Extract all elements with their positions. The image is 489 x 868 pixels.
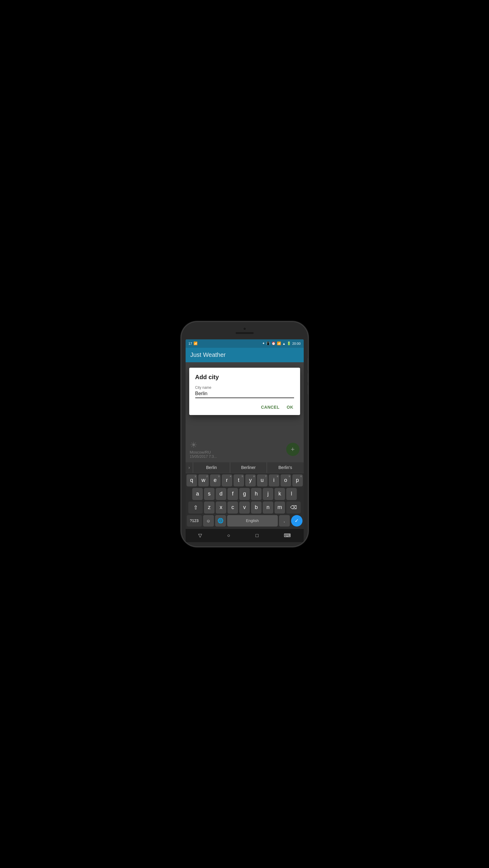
status-left: 17 📶 (189, 341, 198, 345)
key-b[interactable]: b (251, 501, 262, 514)
key-j[interactable]: j (263, 488, 273, 500)
numbers-key[interactable]: ?123 (187, 515, 202, 527)
key-o[interactable]: 9o (281, 474, 291, 487)
autocomplete-word-2[interactable]: Berliner (230, 462, 267, 473)
back-button[interactable]: ▽ (198, 532, 202, 538)
city-name-label: City name (195, 385, 294, 390)
key-row-1: 1q 2w 3e 4r 5t 6y 7u 8i 9o 0p (186, 474, 303, 487)
dialog-actions: CANCEL OK (195, 404, 294, 411)
key-k[interactable]: k (274, 488, 285, 500)
cancel-button[interactable]: CANCEL (260, 404, 280, 411)
time-display: 20:00 (292, 342, 301, 345)
app-bar: Just Weather (186, 348, 304, 362)
key-z[interactable]: z (204, 501, 215, 514)
signal-strength: 17 (189, 342, 192, 345)
keyboard-button[interactable]: ⌨ (284, 532, 291, 538)
power-button[interactable] (307, 358, 308, 370)
add-city-dialog: Add city City name CANCEL OK (189, 368, 300, 415)
period-key[interactable]: . (279, 515, 290, 527)
main-content: ☀ Moscow/RU 15/05/2017 7:3... + Add city… (186, 362, 304, 462)
key-t[interactable]: 5t (233, 474, 244, 487)
bluetooth-icon: ✦ (262, 341, 265, 345)
emoji-key[interactable]: ☺ (203, 515, 214, 527)
key-p[interactable]: 0p (292, 474, 303, 487)
key-q[interactable]: 1q (187, 474, 197, 487)
city-name-input[interactable] (195, 391, 294, 396)
autocomplete-row: › Berlin Berliner Berlin's (186, 462, 304, 473)
wifi-icon: 📶 (277, 341, 281, 345)
key-u[interactable]: 7u (257, 474, 267, 487)
key-n[interactable]: n (263, 501, 273, 514)
battery-icon: 🔋 (287, 341, 291, 345)
keyboard-keys: 1q 2w 3e 4r 5t 6y 7u 8i 9o 0p a s d f (186, 473, 304, 529)
status-right: ✦ 📳 ⏰ 📶 ▲ 🔋 20:00 (262, 341, 300, 345)
home-button[interactable]: ○ (227, 533, 230, 538)
autocomplete-word-1[interactable]: Berlin (193, 462, 230, 473)
app-title: Just Weather (190, 351, 226, 358)
key-r[interactable]: 4r (222, 474, 232, 487)
key-row-3: ⇧ z x c v b n m ⌫ (186, 501, 303, 514)
status-bar: 17 📶 ✦ 📳 ⏰ 📶 ▲ 🔋 20:00 (186, 339, 304, 348)
speaker (236, 332, 254, 334)
key-l[interactable]: l (286, 488, 297, 500)
key-m[interactable]: m (274, 501, 285, 514)
space-key[interactable]: English (227, 515, 278, 527)
key-i[interactable]: 8i (269, 474, 279, 487)
signal-icon: ▲ (282, 342, 286, 345)
key-a[interactable]: a (192, 488, 203, 500)
key-c[interactable]: c (227, 501, 238, 514)
key-f[interactable]: f (227, 488, 238, 500)
key-w[interactable]: 2w (198, 474, 209, 487)
key-row-2: a s d f g h j k l (186, 488, 303, 500)
backspace-key[interactable]: ⌫ (286, 501, 301, 514)
key-h[interactable]: h (251, 488, 262, 500)
dialog-title: Add city (195, 374, 294, 381)
ok-button[interactable]: OK (286, 404, 294, 411)
key-e[interactable]: 3e (210, 474, 221, 487)
network-icon: 📶 (193, 341, 198, 345)
key-s[interactable]: s (204, 488, 215, 500)
recent-button[interactable]: □ (256, 533, 259, 538)
nav-bar: ▽ ○ □ ⌨ (186, 529, 304, 542)
key-y[interactable]: 6y (245, 474, 256, 487)
shift-key[interactable]: ⇧ (188, 501, 203, 514)
phone-screen: 17 📶 ✦ 📳 ⏰ 📶 ▲ 🔋 20:00 Just Weather (186, 339, 304, 542)
volume-up-button[interactable] (307, 373, 308, 382)
volume-down-button[interactable] (307, 385, 308, 394)
vibrate-icon: 📳 (266, 341, 270, 345)
key-d[interactable]: d (216, 488, 226, 500)
autocomplete-word-3[interactable]: Berlin's (267, 462, 303, 473)
key-v[interactable]: v (239, 501, 250, 514)
key-row-bottom: ?123 ☺ 🌐 English . ✓ (186, 515, 303, 527)
key-x[interactable]: x (216, 501, 226, 514)
alarm-icon: ⏰ (271, 341, 276, 345)
city-name-input-wrapper[interactable] (195, 391, 294, 398)
phone-device: 17 📶 ✦ 📳 ⏰ 📶 ▲ 🔋 20:00 Just Weather (182, 322, 308, 547)
camera (243, 327, 246, 330)
key-g[interactable]: g (239, 488, 250, 500)
autocomplete-arrow[interactable]: › (186, 462, 193, 473)
globe-key[interactable]: 🌐 (215, 515, 226, 527)
enter-key[interactable]: ✓ (291, 515, 302, 527)
keyboard-area: › Berlin Berliner Berlin's 1q 2w 3e 4r 5… (186, 462, 304, 529)
